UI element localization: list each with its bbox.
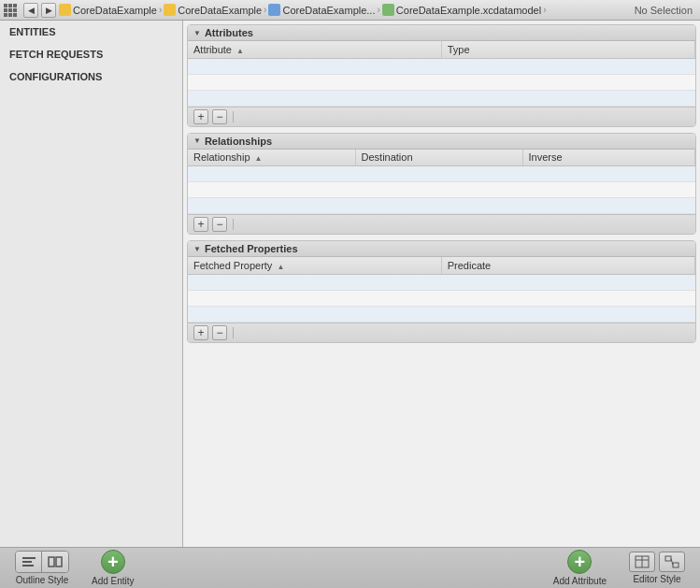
- rel-col-inverse[interactable]: Inverse: [522, 150, 694, 166]
- table-row: [188, 198, 695, 214]
- table-row: [188, 74, 695, 90]
- add-entity-icon[interactable]: +: [101, 550, 125, 574]
- table-row: [188, 90, 695, 106]
- relationships-columns: Relationship ▲ Destination Inverse: [188, 150, 695, 166]
- table-row: [188, 58, 695, 74]
- rel-col-destination[interactable]: Destination: [355, 150, 522, 166]
- breadcrumb-item-4[interactable]: CoreDataExample.xcdatamodel: [382, 4, 541, 16]
- breadcrumb-sep-3: ›: [377, 5, 379, 15]
- attributes-section: ▼ Attributes Attribute ▲ Type: [187, 24, 696, 127]
- attributes-footer: + −: [188, 107, 695, 126]
- svg-rect-4: [56, 557, 62, 566]
- footer-divider-rel: [233, 219, 234, 230]
- add-attribute-toolbar-button[interactable]: + Add Attribute: [546, 546, 614, 588]
- sidebar-item-fetch-requests[interactable]: FETCH REQUESTS: [0, 43, 182, 65]
- add-fetched-btn[interactable]: +: [193, 325, 208, 340]
- relationships-section: ▼ Relationships Relationship ▲ Destinati…: [187, 133, 696, 236]
- fetched-footer: + −: [188, 323, 695, 342]
- footer-divider-fetched: [233, 327, 234, 338]
- file-icon: [268, 4, 280, 16]
- svg-rect-2: [22, 565, 34, 566]
- editor-style-button[interactable]: Editor Style: [621, 548, 693, 588]
- editor-style-icons: [629, 552, 685, 572]
- attributes-columns: Attribute ▲ Type: [188, 41, 695, 58]
- editor-btn-table[interactable]: [629, 552, 655, 572]
- add-attribute-label: Add Attribute: [553, 576, 607, 586]
- fetched-properties-section: ▼ Fetched Properties Fetched Property ▲ …: [187, 240, 696, 343]
- remove-attribute-btn[interactable]: −: [212, 109, 227, 124]
- table-row: [188, 182, 695, 198]
- svg-rect-0: [22, 557, 36, 559]
- sort-arrow-rel: ▲: [255, 154, 263, 163]
- fetched-properties-header: ▼ Fetched Properties: [188, 241, 695, 257]
- outline-seg-right[interactable]: [42, 552, 68, 572]
- add-entity-label: Add Entity: [92, 576, 135, 586]
- table-row: [188, 290, 695, 306]
- breadcrumb-sep-1: ›: [159, 5, 162, 15]
- table-row: [188, 274, 695, 290]
- folder-icon: [59, 4, 71, 16]
- outline-style-button[interactable]: Outline Style: [7, 547, 77, 588]
- breadcrumb-label-3: CoreDataExample...: [282, 5, 375, 16]
- footer-divider: [233, 111, 234, 122]
- table-row: [188, 306, 695, 322]
- add-relationship-btn[interactable]: +: [193, 217, 208, 232]
- attributes-table: Attribute ▲ Type: [188, 41, 695, 107]
- fetched-col-property[interactable]: Fetched Property ▲: [188, 257, 441, 274]
- rel-col-relationship[interactable]: Relationship ▲: [188, 150, 355, 166]
- nav-forward-button[interactable]: ▶: [41, 3, 56, 18]
- attributes-triangle[interactable]: ▼: [193, 29, 201, 37]
- titlebar: ◀ ▶ CoreDataExample › CoreDataExample › …: [0, 0, 700, 21]
- fetched-col-predicate[interactable]: Predicate: [441, 257, 694, 274]
- editor-style-label: Editor Style: [633, 574, 680, 584]
- outline-style-label: Outline Style: [16, 575, 69, 585]
- folder-icon-2: [164, 4, 176, 16]
- breadcrumb-sep-2: ›: [264, 5, 266, 15]
- remove-relationship-btn[interactable]: −: [212, 217, 227, 232]
- add-attribute-icon[interactable]: +: [567, 550, 592, 574]
- breadcrumb-item-1[interactable]: CoreDataExample: [59, 4, 157, 16]
- sort-arrow-fetched: ▲: [277, 263, 284, 271]
- relationships-title: Relationships: [205, 136, 272, 147]
- svg-rect-8: [665, 556, 671, 561]
- app-icon: [4, 4, 17, 17]
- breadcrumb: CoreDataExample › CoreDataExample › Core…: [59, 4, 696, 16]
- svg-rect-3: [49, 557, 54, 566]
- sidebar-item-configurations[interactable]: CONFIGURATIONS: [0, 65, 182, 88]
- breadcrumb-label-1: CoreDataExample: [73, 5, 157, 16]
- sort-arrow-attr: ▲: [236, 47, 244, 55]
- selection-label: No Selection: [635, 5, 696, 16]
- remove-fetched-btn[interactable]: −: [212, 325, 227, 340]
- breadcrumb-label-4: CoreDataExample.xcdatamodel: [396, 5, 541, 16]
- sidebar-item-entities[interactable]: ENTITIES: [0, 21, 182, 43]
- fetched-columns: Fetched Property ▲ Predicate: [188, 257, 695, 274]
- sidebar: ENTITIES FETCH REQUESTS CONFIGURATIONS: [0, 21, 183, 547]
- table-row: [188, 166, 695, 182]
- fetched-triangle[interactable]: ▼: [193, 245, 201, 253]
- breadcrumb-item-2[interactable]: CoreDataExample: [164, 4, 262, 16]
- breadcrumb-sep-4: ›: [543, 5, 546, 15]
- fetched-properties-table: Fetched Property ▲ Predicate: [188, 257, 695, 323]
- svg-rect-1: [22, 561, 32, 563]
- attributes-header: ▼ Attributes: [188, 25, 695, 41]
- breadcrumb-label-2: CoreDataExample: [178, 5, 262, 16]
- relationships-triangle[interactable]: ▼: [193, 136, 201, 145]
- nav-back-button[interactable]: ◀: [23, 3, 38, 18]
- model-icon: [382, 4, 394, 16]
- attributes-title: Attributes: [205, 27, 253, 38]
- outline-seg-left[interactable]: [16, 552, 42, 572]
- relationships-table: Relationship ▲ Destination Inverse: [188, 150, 695, 215]
- add-entity-button[interactable]: + Add Entity: [84, 546, 142, 588]
- bottom-toolbar: Outline Style + Add Entity + Add Attribu…: [0, 547, 700, 588]
- relationships-header: ▼ Relationships: [188, 134, 695, 150]
- svg-rect-9: [673, 563, 679, 567]
- editor-btn-graph[interactable]: [659, 552, 685, 572]
- add-attribute-btn[interactable]: +: [193, 109, 208, 124]
- main-layout: ENTITIES FETCH REQUESTS CONFIGURATIONS ▼…: [0, 21, 700, 547]
- attr-col-attribute[interactable]: Attribute ▲: [188, 41, 441, 58]
- outline-style-segmented[interactable]: [15, 551, 69, 573]
- breadcrumb-item-3[interactable]: CoreDataExample...: [268, 4, 375, 16]
- fetched-title: Fetched Properties: [205, 243, 298, 254]
- content-area: ▼ Attributes Attribute ▲ Type: [183, 21, 700, 547]
- attr-col-type[interactable]: Type: [441, 41, 694, 58]
